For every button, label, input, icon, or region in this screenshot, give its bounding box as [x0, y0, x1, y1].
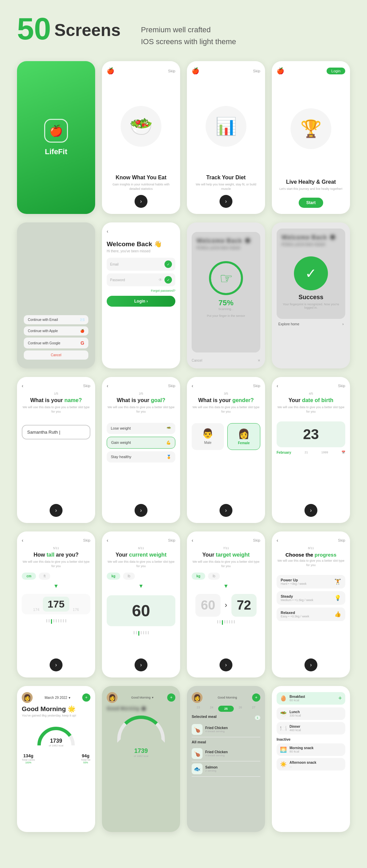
explore-link[interactable]: Explore home › [277, 322, 345, 326]
height-skip[interactable]: Skip [83, 538, 90, 542]
gender-title-2: gender? [232, 397, 254, 403]
goal-phone: ‹ Skip 2/5 What is your goal? We will us… [102, 377, 180, 523]
cal-header: 👩 Good Morning + [192, 692, 260, 703]
dob-calendar-icon[interactable]: 📅 [342, 451, 345, 454]
gender-skip[interactable]: Skip [253, 384, 260, 388]
cw-unit-lb[interactable]: lb [123, 573, 135, 580]
login-submit-btn[interactable]: Login › [107, 296, 175, 307]
onboarding3-nav: 🍎 Login [277, 67, 345, 75]
goal-stay-healthy[interactable]: Stay healthy 🏅 [107, 451, 175, 463]
onboarding1-skip[interactable]: Skip [168, 69, 175, 73]
dashboard-header: 👩 March 29 2022 ▾ + [22, 692, 90, 703]
login-back[interactable]: ‹ [107, 229, 108, 234]
d2-menu-icon[interactable]: + [167, 693, 175, 702]
google-icon: G [81, 340, 84, 346]
dashboard-menu-icon[interactable]: + [82, 693, 90, 702]
gender-next-btn[interactable]: › [220, 504, 232, 517]
cw-unit-kg[interactable]: kg [107, 573, 120, 580]
height-picker: 174 175 176 [22, 594, 90, 614]
height-unit-cm[interactable]: cm [22, 573, 36, 580]
d2-date-label: Good Morning [131, 696, 151, 699]
height-back[interactable]: ‹ [22, 538, 23, 543]
onboarding3-subtitle: Let's start this journey and live healty… [277, 187, 345, 191]
tw-unit-lb[interactable]: lb [208, 573, 220, 580]
breakfast-add-icon[interactable]: + [338, 695, 342, 702]
email-input[interactable]: Email ✓ [107, 258, 175, 271]
dashboard-greeting: Good Morning 🌟 [22, 705, 90, 713]
breakfast-label: Breakfast [290, 695, 305, 699]
onboarding3-login-btn[interactable]: Login [327, 68, 345, 74]
meal-fried-chicken[interactable]: 🍗 Fried Chicken 4 breast serving [192, 722, 260, 737]
name-next-btn[interactable]: › [50, 504, 63, 517]
cal-day-25[interactable]: 25 [218, 706, 233, 712]
female-icon: 👩 [230, 428, 257, 439]
progress-skip[interactable]: Skip [338, 538, 345, 542]
name-back[interactable]: ‹ [22, 383, 23, 388]
salmon-detail: 2 serving [205, 769, 217, 772]
date-label: March 29 2022 [45, 696, 67, 700]
cal-day-27[interactable]: 27 [247, 706, 260, 712]
name-skip[interactable]: Skip [83, 384, 90, 388]
apple-login-btn[interactable]: Continue with Apple 🍎 [24, 326, 88, 336]
cal-day-24[interactable]: 24 [205, 706, 218, 712]
dob-year: 1999 [321, 451, 328, 454]
onboarding3-illustration: 🏆 [291, 108, 331, 149]
progress-back[interactable]: ‹ [277, 538, 278, 543]
cancel-label: Cancel [51, 353, 61, 357]
calendar-meals-phone: 👩 Good Morning + 23 24 25 26 27 Selected… [187, 686, 265, 832]
tw-back[interactable]: ‹ [192, 538, 193, 543]
goal-step: 2/5 [107, 392, 175, 395]
goal-gain-weight[interactable]: Gain weight 💪 [107, 437, 175, 449]
goal-title: What is your goal? [107, 397, 175, 403]
tw-skip[interactable]: Skip [253, 538, 260, 542]
name-input-field[interactable]: Samantha Ruth | [22, 425, 90, 439]
goal-lose-weight[interactable]: Lose weight 🥗 [107, 423, 175, 434]
progress-next-btn[interactable]: › [304, 658, 317, 671]
row-5: 👩 March 29 2022 ▾ + Good Morning 🌟 You'v… [17, 686, 350, 832]
onboarding2-subtitle: We will help you lose weight, stay fit, … [192, 182, 260, 191]
dashboard-date[interactable]: March 29 2022 ▾ [45, 696, 70, 700]
tw-unit-kg[interactable]: kg [192, 573, 205, 580]
height-unit-ft[interactable]: ft [39, 573, 50, 580]
plan-steady[interactable]: Steady Medium • +1.5kg / week 💡 [277, 591, 345, 605]
female-card[interactable]: 👩 Female [227, 423, 260, 450]
selected-meal-header: Selected meal 1 [192, 715, 260, 721]
apple-login-label: Continue with Apple [28, 329, 58, 333]
eye-icon: 👁 [158, 277, 162, 282]
cw-skip[interactable]: Skip [168, 538, 175, 542]
dob-skip[interactable]: Skip [338, 384, 345, 388]
cw-back[interactable]: ‹ [107, 538, 108, 543]
cal-day-23[interactable]: 23 [192, 706, 205, 712]
google-login-btn[interactable]: Continue with Google G [24, 338, 88, 348]
cw-next-btn[interactable]: › [135, 658, 147, 671]
goal-back[interactable]: ‹ [107, 383, 108, 388]
gender-back[interactable]: ‹ [192, 383, 193, 388]
password-input[interactable]: Password 👁 ✓ [107, 273, 175, 286]
row-1: 🍎 LifeFit 🍎 Skip 🥗 Know What You Eat Gai… [17, 61, 350, 214]
height-next-btn[interactable]: › [50, 658, 63, 671]
cancel-btn[interactable]: Cancel [24, 350, 88, 360]
goal-next-btn[interactable]: › [135, 504, 147, 517]
plan-power-up[interactable]: Power Up Hard • +3kg / week 🏋️ [277, 575, 345, 589]
tw-next-btn[interactable]: › [220, 658, 232, 671]
email-login-btn[interactable]: Continue with Email ✉️ [24, 315, 88, 324]
onboarding2-next-btn[interactable]: › [220, 195, 232, 208]
forgot-password-link[interactable]: Forgot password? [107, 289, 175, 292]
cal-day-26[interactable]: 26 [234, 706, 247, 712]
male-card[interactable]: 👨 Male [192, 423, 224, 450]
onboarding3-start-btn[interactable]: Start [299, 198, 323, 208]
afternoon-snack-icon: ☀️ [280, 761, 287, 767]
gender-nav: ‹ Skip [192, 383, 260, 388]
login-nav: ‹ [107, 229, 175, 234]
plan-relaxed[interactable]: Relaxed Easy • +0.5kg / week 👍 [277, 608, 345, 621]
meal-salmon[interactable]: 🐟 Salmon 2 serving [192, 761, 260, 777]
onboarding1-next-btn[interactable]: › [135, 195, 147, 208]
onboarding2-skip[interactable]: Skip [253, 69, 260, 73]
cal-menu-icon[interactable]: + [252, 693, 260, 702]
dob-back[interactable]: ‹ [277, 383, 278, 388]
dashboard2-phone: 👩 Good Morning ▾ + Good Morning 🌟 1739 o… [102, 686, 180, 832]
goal-skip[interactable]: Skip [168, 384, 175, 388]
fp-cancel-btn[interactable]: Cancel [192, 359, 202, 362]
dob-next-btn[interactable]: › [304, 504, 317, 517]
meal-fried-chicken-2[interactable]: 🍗 Fried Chicken 4 breast serving [192, 746, 260, 761]
